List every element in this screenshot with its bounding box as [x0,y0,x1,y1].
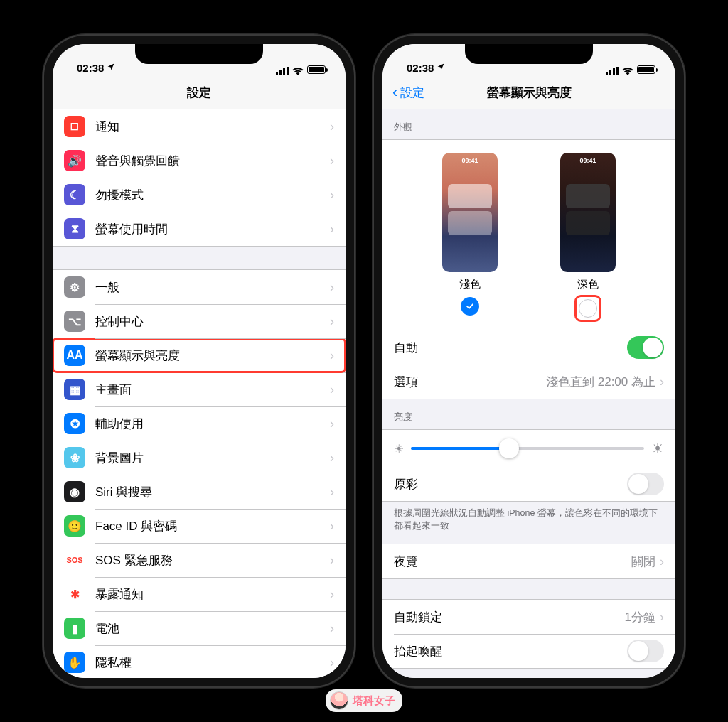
settings-row-exposure[interactable]: ✱暴露通知› [53,577,346,611]
row-label: 聲音與觸覺回饋 [95,153,330,169]
settings-row-home[interactable]: ▦主畫面› [53,372,346,406]
appearance-card: 09:41 淺色 09:41 [382,139,675,330]
status-bar: 02:38 [53,44,346,77]
appearance-option-light[interactable]: 09:41 淺色 [442,153,498,320]
chevron-right-icon: › [330,416,334,431]
settings-row-sos[interactable]: SOSSOS 緊急服務› [53,543,346,577]
settings-row-screentime[interactable]: ⧗螢幕使用時間› [53,212,346,246]
phone-mockup-display-brightness: 02:38 ‹ 設定 [373,34,685,688]
status-time: 02:38 [407,62,434,74]
row-night-shift[interactable]: 夜覽 關閉 › [382,544,675,578]
night-shift-value: 關閉 [631,554,655,570]
chevron-right-icon: › [330,153,334,168]
settings-row-notifications[interactable]: ⬜︎通知› [53,109,346,144]
raise-wake-label: 抬起喚醒 [394,643,627,659]
raise-wake-switch[interactable] [627,640,664,662]
exposure-icon: ✱ [64,583,85,605]
location-icon [437,63,445,73]
dark-radio-highlight [577,297,599,320]
chevron-right-icon: › [330,119,334,134]
row-label: 輔助使用 [95,416,330,432]
watermark-avatar-icon [330,691,348,710]
appearance-option-dark[interactable]: 09:41 深色 [560,153,616,320]
true-tone-switch[interactable] [627,473,664,495]
row-label: 暴露通知 [95,586,330,603]
light-preview: 09:41 [442,153,498,272]
general-icon: ⚙︎ [64,276,85,298]
back-button[interactable]: ‹ 設定 [392,85,424,101]
wifi-icon [622,65,633,74]
row-auto-lock[interactable]: 自動鎖定 1分鐘 › [382,600,675,634]
svg-rect-3 [287,67,289,75]
auto-lock-value: 1分鐘 [625,609,655,625]
wifi-icon [292,65,304,74]
dark-radio-unselected[interactable] [579,299,597,318]
automatic-switch[interactable] [627,336,664,359]
row-automatic: 自動 [382,330,675,365]
control-center-icon: ⌥ [64,311,85,332]
chevron-right-icon: › [330,553,334,568]
row-label: 螢幕顯示與亮度 [95,347,330,364]
section-header-appearance: 外觀 [382,109,675,139]
automatic-label: 自動 [394,340,627,356]
chevron-left-icon: ‹ [392,85,397,100]
svg-rect-6 [613,68,615,75]
battery-icon [307,65,326,74]
status-bar: 02:38 [382,44,675,77]
phone-mockup-settings: 02:38 設定 ⬜︎ [43,34,355,688]
sun-large-icon: ☀︎ [651,440,664,457]
siri-icon: ◉ [64,481,85,502]
svg-rect-5 [609,70,611,75]
sounds-icon: 🔊 [64,150,85,171]
settings-row-general[interactable]: ⚙︎一般› [53,270,346,304]
display-settings-content[interactable]: 外觀 09:41 淺色 [382,109,675,678]
chevron-right-icon: › [660,554,664,569]
chevron-right-icon: › [330,587,334,602]
screentime-icon: ⧗ [64,218,85,239]
svg-rect-4 [606,72,608,75]
chevron-right-icon: › [660,610,664,625]
true-tone-caption: 根據周圍光線狀況自動調整 iPhone 螢幕，讓色彩在不同的環境下都看起來一致 [382,502,675,535]
settings-row-battery[interactable]: ▮電池› [53,611,346,645]
accessibility-icon: ✪ [64,413,85,434]
section-header-brightness: 亮度 [382,399,675,429]
home-icon: ▦ [64,379,85,400]
row-label: SOS 緊急服務 [95,552,330,569]
brightness-row: ☀︎ ☀︎ [382,429,675,467]
brightness-slider[interactable] [411,447,644,450]
battery-icon: ▮ [64,618,85,639]
settings-row-faceid[interactable]: 🙂Face ID 與密碼› [53,509,346,543]
svg-rect-0 [276,72,278,75]
chevron-right-icon: › [330,451,334,465]
settings-row-control-center[interactable]: ⌥控制中心› [53,304,346,338]
chevron-right-icon: › [330,621,334,636]
chevron-right-icon: › [330,519,334,534]
dnd-icon: ☾ [64,184,85,205]
nav-bar: 設定 [53,77,346,109]
light-radio-selected[interactable] [461,297,479,316]
row-label: Face ID 與密碼 [95,518,330,534]
row-label: 通知 [95,119,330,135]
chevron-right-icon: › [330,280,334,295]
chevron-right-icon: › [330,314,334,329]
options-label: 選項 [394,374,546,390]
settings-row-sounds[interactable]: 🔊聲音與觸覺回饋› [53,144,346,178]
wallpaper-icon: ❀ [64,447,85,468]
dark-label: 深色 [577,278,599,291]
display-icon: AA [64,345,85,366]
settings-row-siri[interactable]: ◉Siri 與搜尋› [53,475,346,509]
row-label: 螢幕使用時間 [95,221,330,237]
row-raise-to-wake: 抬起喚醒 [382,634,675,668]
settings-list[interactable]: ⬜︎通知›🔊聲音與觸覺回饋›☾勿擾模式›⧗螢幕使用時間›⚙︎一般›⌥控制中心›A… [53,109,346,678]
svg-rect-2 [283,68,285,75]
row-options[interactable]: 選項 淺色直到 22:00 為止 › [382,365,675,399]
chevron-right-icon: › [330,485,334,500]
settings-row-privacy[interactable]: ✋隱私權› [53,645,346,678]
row-true-tone: 原彩 [382,467,675,501]
settings-row-dnd[interactable]: ☾勿擾模式› [53,178,346,212]
row-label: 控制中心 [95,313,330,330]
settings-row-accessibility[interactable]: ✪輔助使用› [53,406,346,441]
dark-preview: 09:41 [560,153,616,272]
settings-row-wallpaper[interactable]: ❀背景圖片› [53,441,346,475]
settings-row-display[interactable]: AA螢幕顯示與亮度› [53,338,346,372]
